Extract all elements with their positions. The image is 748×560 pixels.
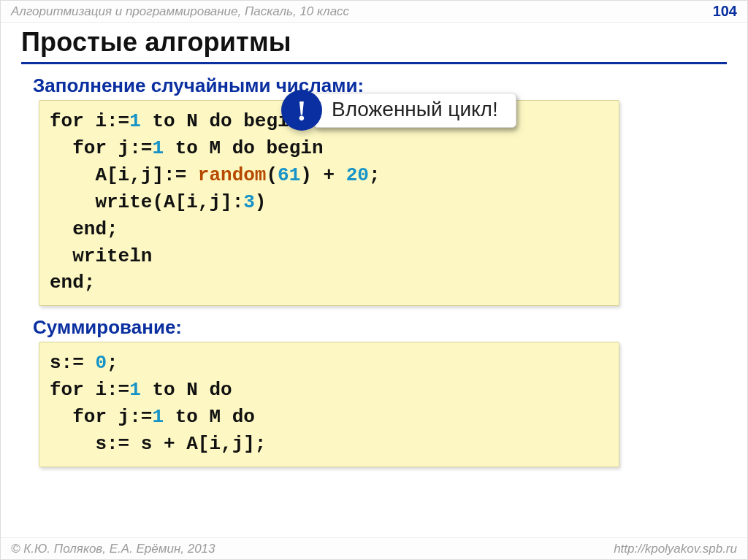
code-token: to N do: [141, 379, 232, 401]
code-token: 1: [129, 379, 141, 401]
code-token: to N do begin: [141, 110, 300, 132]
code-token: ) +: [300, 164, 346, 186]
page-title: Простые алгоритмы: [21, 27, 727, 64]
callout: ! Вложенный цикл!: [281, 90, 516, 131]
breadcrumb: Алгоритмизация и программирование, Паска…: [11, 4, 349, 19]
code-token: writeln: [50, 245, 152, 267]
code-token: for j:=: [50, 137, 152, 159]
code-token: ;: [369, 164, 381, 186]
copyright: © К.Ю. Поляков, Е.А. Ерёмин, 2013: [11, 542, 215, 556]
code-token: 20: [346, 164, 369, 186]
slide: Алгоритмизация и программирование, Паска…: [0, 0, 748, 560]
section2-heading: Суммирование:: [33, 316, 727, 339]
code-token: end;: [50, 218, 118, 240]
code-token: for i:=: [50, 379, 129, 401]
code-block-2: s:= 0; for i:=1 to N do for j:=1 to M do…: [39, 342, 619, 467]
code-token: 61: [278, 164, 300, 186]
code-1: for i:=1 to N do begin for j:=1 to M do …: [50, 108, 608, 296]
code-token: random: [198, 164, 267, 186]
code-token: to M do: [164, 406, 255, 428]
code-token: s:= s + A[i,j];: [50, 433, 266, 455]
code-token: A[i,j]:=: [50, 164, 198, 186]
page-number: 104: [713, 3, 737, 20]
code-token: ;: [107, 352, 118, 374]
code-token: end;: [50, 272, 95, 294]
code-token: for i:=: [50, 110, 129, 132]
footer: © К.Ю. Поляков, Е.А. Ерёмин, 2013 http:/…: [1, 537, 747, 559]
code-token: to M do begin: [164, 137, 323, 159]
code-token: for j:=: [50, 406, 152, 428]
top-bar: Алгоритмизация и программирование, Паска…: [1, 1, 747, 23]
code-token: write(A[i,j]:: [50, 191, 243, 213]
code-token: (: [266, 164, 278, 186]
callout-text: Вложенный цикл!: [313, 93, 516, 128]
content: Заполнение случайными числами: for i:=1 …: [1, 64, 747, 467]
code-token: 1: [152, 137, 164, 159]
code-block-1: for i:=1 to N do begin for j:=1 to M do …: [39, 100, 619, 306]
exclamation-icon: !: [281, 90, 322, 131]
footer-url: http://kpolyakov.spb.ru: [614, 542, 737, 556]
code-token: 1: [129, 110, 141, 132]
code-token: s:=: [50, 352, 95, 374]
title-wrap: Простые алгоритмы: [1, 23, 747, 64]
code-token: 3: [243, 191, 255, 213]
code-token: 1: [152, 406, 164, 428]
code-token: ): [255, 191, 267, 213]
code-2: s:= 0; for i:=1 to N do for j:=1 to M do…: [50, 350, 608, 458]
code-token: 0: [95, 352, 107, 374]
